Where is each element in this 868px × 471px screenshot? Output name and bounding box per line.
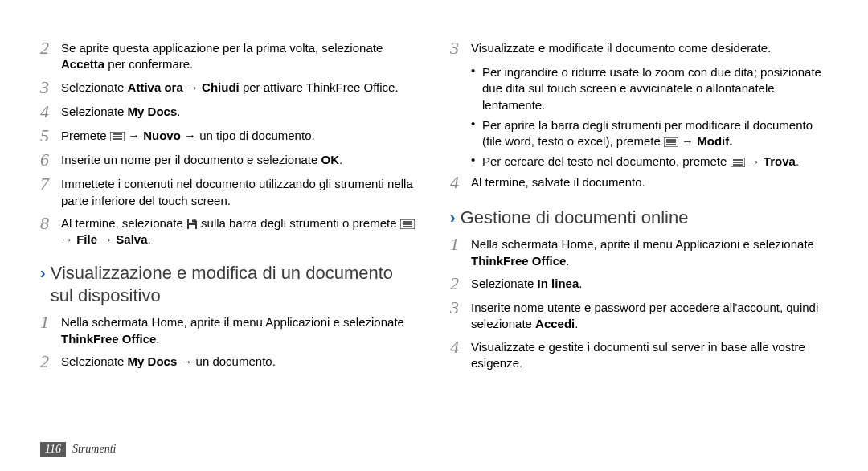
step-item: 3Visualizzate e modificate il documento … (450, 39, 828, 58)
step-number: 3 (450, 298, 471, 333)
step-text: Selezionate Attiva ora → Chiudi per atti… (61, 78, 418, 97)
step-number: 2 (450, 274, 471, 293)
chevron-icon: › (40, 262, 46, 283)
subheading: ›Gestione di documenti online (450, 207, 828, 229)
step-number: 4 (450, 338, 471, 372)
step-item: 1Nella schermata Home, aprite il menu Ap… (40, 313, 418, 347)
step-item: 3Selezionate Attiva ora → Chiudi per att… (40, 78, 418, 97)
step-text: Al termine, salvate il documento. (471, 173, 828, 192)
svg-rect-5 (192, 219, 194, 222)
bullet-dot: • (471, 116, 482, 150)
step-number: 5 (40, 126, 61, 145)
step-item: 5Premete → Nuovo → un tipo di documento. (40, 126, 418, 145)
step-text: Selezionate My Docs → un documento. (61, 352, 418, 371)
step-item: 4Al termine, salvate il documento. (450, 173, 828, 192)
step-number: 4 (40, 102, 61, 121)
step-text: Visualizzate e modificate il documento c… (471, 39, 828, 58)
step-number: 2 (40, 39, 61, 73)
step-text: Immettete i contenuti nel documento util… (61, 174, 418, 209)
bullet-item: •Per ingrandire o ridurre usate lo zoom … (471, 63, 828, 113)
step-text: Inserite nome utente e password per acce… (471, 298, 828, 333)
step-number: 7 (40, 174, 61, 209)
step-text: Selezionate My Docs. (61, 102, 418, 121)
step-item: 1Nella schermata Home, aprite il menu Ap… (450, 235, 828, 269)
step-text: Premete → Nuovo → un tipo di documento. (61, 126, 418, 145)
section-name: Strumenti (72, 443, 116, 456)
menu-icon (400, 219, 415, 229)
step-item: 7Immettete i contenuti nel documento uti… (40, 174, 418, 209)
step-item: 6Inserite un nome per il documento e sel… (40, 150, 418, 170)
step-text: Inserite un nome per il documento e sele… (61, 150, 418, 170)
step-number: 1 (450, 235, 471, 269)
bullet-text: Per cercare del testo nel documento, pre… (482, 152, 828, 170)
bullet-item: •Per cercare del testo nel documento, pr… (471, 152, 828, 170)
subheading-text: Visualizzazione e modifica di un documen… (51, 262, 418, 306)
step-item: 8Al termine, selezionate sulla barra deg… (40, 214, 418, 248)
step-text: Al termine, selezionate sulla barra degl… (61, 214, 418, 248)
step-number: 3 (40, 78, 61, 97)
step-item: 4Selezionate My Docs. (40, 102, 418, 121)
svg-rect-6 (189, 225, 195, 229)
menu-icon (664, 137, 678, 147)
left-column: 2Se aprite questa applicazione per la pr… (40, 39, 418, 434)
bullet-text: Per ingrandire o ridurre usate lo zoom c… (482, 63, 828, 113)
step-number: 1 (40, 313, 61, 347)
bullet-dot: • (471, 63, 482, 113)
right-column: 3Visualizzate e modificate il documento … (450, 39, 828, 434)
step-item: 2Selezionate My Docs → un documento. (40, 352, 418, 371)
step-text: Se aprite questa applicazione per la pri… (61, 39, 418, 73)
step-item: 2Selezionate In linea. (450, 274, 828, 293)
page-number: 116 (40, 442, 66, 457)
step-number: 3 (450, 39, 471, 58)
step-item: 3Inserite nome utente e password per acc… (450, 298, 828, 333)
subheading-text: Gestione di documenti online (461, 207, 689, 229)
menu-icon (731, 158, 745, 167)
step-number: 4 (450, 173, 471, 192)
step-number: 2 (40, 352, 61, 371)
step-text: Nella schermata Home, aprite il menu App… (471, 235, 828, 269)
menu-icon (110, 132, 125, 141)
step-text: Selezionate In linea. (471, 274, 828, 293)
save-icon (186, 219, 198, 230)
subheading: ›Visualizzazione e modifica di un docume… (40, 262, 418, 306)
step-number: 8 (40, 214, 61, 248)
bullet-dot: • (471, 152, 482, 170)
chevron-icon: › (450, 207, 456, 227)
bullet-item: •Per aprire la barra degli strumenti per… (471, 116, 828, 150)
page-footer: 116 Strumenti (40, 442, 116, 457)
step-item: 4Visualizzate e gestite i documenti sul … (450, 338, 828, 372)
step-item: 2Se aprite questa applicazione per la pr… (40, 39, 418, 73)
bullet-text: Per aprire la barra degli strumenti per … (482, 116, 828, 150)
step-text: Nella schermata Home, aprite il menu App… (61, 313, 418, 347)
step-text: Visualizzate e gestite i documenti sul s… (471, 338, 828, 372)
step-number: 6 (40, 150, 61, 170)
